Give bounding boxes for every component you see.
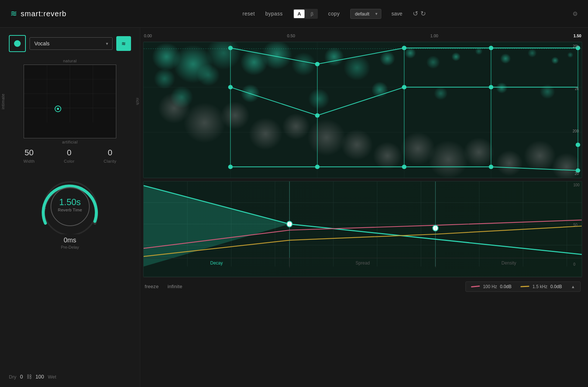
svg-point-43 (341, 129, 373, 160)
vocals-dot (14, 40, 21, 47)
legend-100hz-value[interactable]: 0.0dB (500, 284, 515, 289)
freq-200: 200 (572, 129, 579, 133)
save-button[interactable]: save (392, 11, 403, 17)
link-icon[interactable]: ⛓ (27, 374, 32, 380)
preset-select[interactable]: default Vocals Drums Guitar (350, 9, 381, 19)
logo: ≋ smart:reverb (10, 9, 66, 18)
main: Vocals Drums Guitar ≋ natural intimate (0, 28, 588, 387)
header: ≋ smart:reverb reset bypass A β copy def… (0, 0, 588, 28)
svg-point-57 (540, 84, 555, 99)
xy-right-label: rich (135, 98, 140, 105)
clarity-item: 0 Clarity (104, 148, 117, 164)
svg-point-26 (324, 47, 344, 66)
svg-point-25 (291, 52, 316, 76)
svg-point-34 (527, 49, 537, 58)
vocals-row: Vocals Drums Guitar ≋ (9, 35, 131, 52)
decay-chart[interactable]: Decay Spread Density 100 50 0 (143, 181, 582, 277)
svg-point-47 (464, 138, 494, 167)
y-0: 0 (573, 262, 580, 266)
predelay-value[interactable]: 0ms (61, 236, 79, 244)
drywet-row: Dry 0 ⛓ 100 Wet (9, 368, 131, 380)
clarity-label: Clarity (104, 159, 117, 163)
right-panel: 0.00 0.50 1.00 1.50 (140, 28, 588, 387)
vocals-indicator (9, 35, 26, 52)
svg-point-42 (307, 119, 345, 156)
clarity-value[interactable]: 0 (104, 148, 117, 158)
svg-point-41 (282, 113, 310, 140)
copy-button[interactable]: copy (328, 11, 340, 17)
undo-button[interactable]: ↺ (413, 10, 418, 17)
legend-15khz-label: 1.5 kHz (532, 284, 547, 289)
color-value[interactable]: 0 (64, 148, 75, 158)
vocals-select[interactable]: Vocals Drums Guitar (30, 37, 113, 50)
ruler-0: 0.00 (144, 34, 152, 38)
reverb-knob[interactable]: 1.50s Reverb Time (37, 175, 103, 234)
svg-point-35 (551, 57, 559, 64)
svg-point-33 (500, 53, 511, 64)
width-label: Width (23, 159, 35, 163)
infinite-button[interactable]: infinite (168, 284, 182, 289)
svg-point-31 (451, 52, 461, 61)
legend-15khz-line (520, 286, 529, 287)
color-label: Color (64, 159, 75, 163)
svg-point-44 (373, 142, 402, 170)
reset-button[interactable]: reset (243, 11, 255, 17)
legend-100hz-line (471, 286, 480, 287)
svg-point-51 (170, 86, 193, 108)
legend-100hz: 100 Hz 0.0dB (471, 284, 515, 289)
reverb-time-value: 1.50s (58, 197, 82, 208)
svg-point-56 (496, 82, 508, 93)
ruler-100: 1.00 (430, 34, 438, 38)
ruler-150: 1.50 (574, 34, 581, 38)
decay-section[interactable]: Decay (144, 258, 289, 268)
redo-button[interactable]: ↻ (420, 10, 426, 17)
wet-label: Wet (48, 374, 56, 380)
xy-pad[interactable] (24, 65, 116, 138)
ab-a-button[interactable]: A (294, 10, 305, 18)
svg-point-49 (524, 141, 556, 172)
freeze-button[interactable]: freeze (145, 284, 159, 289)
wet-value[interactable]: 100 (35, 374, 44, 380)
svg-point-30 (426, 56, 440, 69)
xy-cursor[interactable] (55, 106, 61, 112)
svg-point-29 (405, 48, 416, 59)
undo-redo-group: ↺ ↻ (413, 10, 426, 17)
y-50: 50 (573, 223, 580, 227)
density-section[interactable]: Density (436, 258, 582, 268)
xy-wrapper: intimate rich (9, 65, 131, 138)
reverb-viz[interactable]: 20k 2k 200 20 (143, 42, 582, 178)
logo-icon: ≋ (10, 9, 17, 18)
left-panel: Vocals Drums Guitar ≋ natural intimate (0, 28, 140, 387)
xy-bottom-label: artificial (9, 140, 131, 144)
ab-b-button[interactable]: β (307, 10, 317, 18)
xy-top-label: natural (9, 59, 131, 63)
svg-point-38 (183, 103, 226, 143)
decay-sections: Decay Spread Density (144, 258, 582, 268)
legend-group: 100 Hz 0.0dB 1.5 kHz 0.0dB ▲ (465, 281, 581, 292)
freq-2k: 2k (572, 87, 579, 91)
width-value[interactable]: 50 (23, 148, 35, 158)
vocals-select-wrapper: Vocals Drums Guitar (30, 37, 113, 50)
wave-button[interactable]: ≋ (116, 36, 131, 51)
svg-point-46 (429, 141, 468, 178)
legend-15khz-value[interactable]: 0.0dB (550, 284, 565, 289)
svg-point-32 (475, 48, 483, 55)
svg-point-40 (249, 118, 282, 150)
spread-section[interactable]: Spread (289, 258, 436, 268)
svg-point-53 (308, 89, 330, 109)
dry-label: Dry (9, 374, 16, 380)
wcc-row: 50 Width 0 Color 0 Clarity (9, 148, 131, 164)
reverb-time-label: Reverb Time (58, 208, 82, 212)
ab-group: A β (293, 9, 318, 19)
ruler-050: 0.50 (287, 34, 295, 38)
preset-wrapper: default Vocals Drums Guitar (350, 9, 381, 19)
header-controls: reset bypass A β copy default Vocals Dru… (96, 9, 572, 19)
freq-ruler-labels: 0.00 0.50 1.00 1.50 (143, 34, 582, 38)
reverb-knob-center: 1.50s Reverb Time (58, 197, 82, 212)
viz-freq-labels: 20k 2k 200 20 (572, 42, 579, 178)
legend-triangle-icon[interactable]: ▲ (571, 284, 575, 289)
dry-value[interactable]: 0 (20, 374, 23, 380)
xy-left-label: intimate (1, 90, 5, 113)
bypass-button[interactable]: bypass (265, 11, 283, 17)
settings-icon[interactable]: ⚙ (572, 10, 578, 17)
